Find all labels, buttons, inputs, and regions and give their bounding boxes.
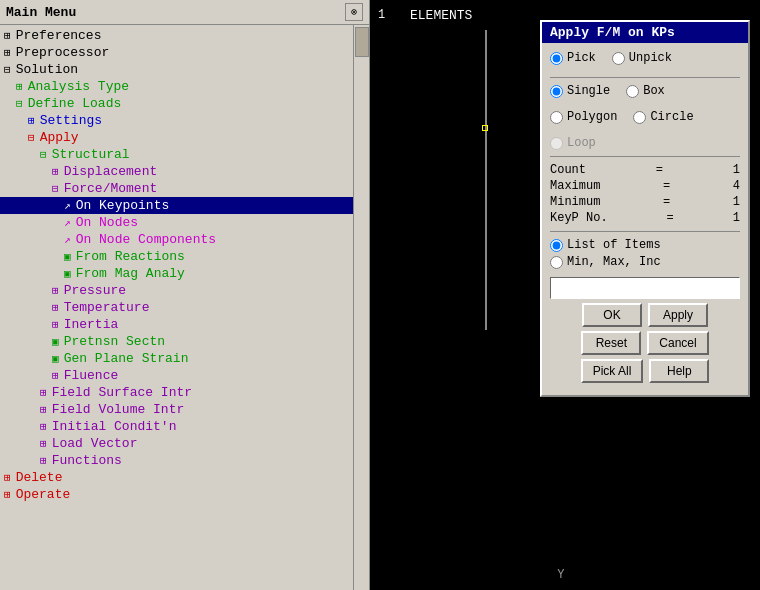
circle-option[interactable]: Circle: [633, 110, 693, 124]
menu-item-prefix-settings: ⊞: [28, 114, 35, 127]
polygon-radio[interactable]: [550, 111, 563, 124]
menu-item-on-node-components[interactable]: ↗On Node Components: [0, 231, 369, 248]
menu-item-preferences[interactable]: ⊞Preferences: [0, 27, 369, 44]
list-input[interactable]: [550, 277, 740, 299]
menu-item-delete[interactable]: ⊞Delete: [0, 469, 369, 486]
pick-radio[interactable]: [550, 52, 563, 65]
menu-item-structural[interactable]: ⊟Structural: [0, 146, 369, 163]
menu-item-field-surface-intr[interactable]: ⊞Field Surface Intr: [0, 384, 369, 401]
menu-item-label-functions: Functions: [52, 453, 122, 468]
reset-button[interactable]: Reset: [581, 331, 641, 355]
menu-item-prefix-temperature: ⊞: [52, 301, 59, 314]
menu-item-from-mag-analy[interactable]: ▣From Mag Analy: [0, 265, 369, 282]
single-option[interactable]: Single: [550, 84, 610, 98]
maximum-label: Maximum: [550, 179, 600, 193]
minimum-val: 1: [733, 195, 740, 209]
menu-item-prefix-preferences: ⊞: [4, 29, 11, 42]
menu-item-analysis-type[interactable]: ⊞Analysis Type: [0, 78, 369, 95]
menu-item-label-temperature: Temperature: [64, 300, 150, 315]
menu-item-label-from-mag-analy: From Mag Analy: [76, 266, 185, 281]
keyp-no-label: KeyP No.: [550, 211, 608, 225]
apply-fm-dialog: Apply F/M on KPs Pick Unpick: [540, 20, 750, 397]
keypoint-marker-top: [482, 125, 488, 131]
menu-item-operate[interactable]: ⊞Operate: [0, 486, 369, 503]
box-radio[interactable]: [626, 85, 639, 98]
menu-item-apply[interactable]: ⊟Apply: [0, 129, 369, 146]
menu-item-label-pressure: Pressure: [64, 283, 126, 298]
element-line: [485, 30, 487, 330]
menu-item-label-analysis-type: Analysis Type: [28, 79, 129, 94]
menu-item-label-initial-condit-n: Initial Condit'n: [52, 419, 177, 434]
menu-item-prefix-solution: ⊟: [4, 63, 11, 76]
menu-item-prefix-field-surface-intr: ⊞: [40, 386, 47, 399]
menu-item-label-apply: Apply: [40, 130, 79, 145]
menu-item-label-field-volume-intr: Field Volume Intr: [52, 402, 185, 417]
menu-item-label-on-nodes: On Nodes: [76, 215, 138, 230]
loop-group: Loop: [550, 136, 740, 150]
buttons-row-3: Pick All Help: [550, 359, 740, 383]
menu-item-prefix-pretnsn-sectn: ▣: [52, 335, 59, 348]
unpick-option[interactable]: Unpick: [612, 51, 672, 65]
list-of-items-radio[interactable]: [550, 239, 563, 252]
list-type-group: List of Items Min, Max, Inc: [550, 238, 740, 269]
help-button[interactable]: Help: [649, 359, 709, 383]
apply-button[interactable]: Apply: [648, 303, 708, 327]
keyp-no-eq: =: [667, 211, 674, 225]
menu-item-displacement[interactable]: ⊞Displacement: [0, 163, 369, 180]
dialog-title: Apply F/M on KPs: [542, 22, 748, 43]
list-of-items-option[interactable]: List of Items: [550, 238, 740, 252]
min-max-inc-label: Min, Max, Inc: [567, 255, 661, 269]
menu-item-prefix-inertia: ⊞: [52, 318, 59, 331]
pick-unpick-group: Pick Unpick: [550, 51, 740, 69]
menu-item-initial-condit-n[interactable]: ⊞Initial Condit'n: [0, 418, 369, 435]
unpick-radio[interactable]: [612, 52, 625, 65]
ok-button[interactable]: OK: [582, 303, 642, 327]
menu-item-label-delete: Delete: [16, 470, 63, 485]
scrollbar-track[interactable]: [353, 25, 369, 590]
box-option[interactable]: Box: [626, 84, 665, 98]
pick-label: Pick: [567, 51, 596, 65]
scrollbar-thumb[interactable]: [355, 27, 369, 57]
menu-item-functions[interactable]: ⊞Functions: [0, 452, 369, 469]
main-menu-title: Main Menu: [6, 5, 76, 20]
cancel-button[interactable]: Cancel: [647, 331, 708, 355]
menu-item-label-on-node-components: On Node Components: [76, 232, 216, 247]
menu-item-pressure[interactable]: ⊞Pressure: [0, 282, 369, 299]
circle-label: Circle: [650, 110, 693, 124]
menu-item-preprocessor[interactable]: ⊞Preprocessor: [0, 44, 369, 61]
minimum-row: Minimum = 1: [550, 195, 740, 209]
single-radio[interactable]: [550, 85, 563, 98]
menu-item-force-moment[interactable]: ⊟Force/Moment: [0, 180, 369, 197]
menu-item-prefix-from-mag-analy: ▣: [64, 267, 71, 280]
menu-item-label-operate: Operate: [16, 487, 71, 502]
menu-item-define-loads[interactable]: ⊟Define Loads: [0, 95, 369, 112]
menu-item-field-volume-intr[interactable]: ⊞Field Volume Intr: [0, 401, 369, 418]
maximum-eq: =: [663, 179, 670, 193]
unpick-label: Unpick: [629, 51, 672, 65]
polygon-option[interactable]: Polygon: [550, 110, 617, 124]
menu-item-temperature[interactable]: ⊞Temperature: [0, 299, 369, 316]
menu-item-on-nodes[interactable]: ↗On Nodes: [0, 214, 369, 231]
menu-collapse-button[interactable]: ⊗: [345, 3, 363, 21]
single-label: Single: [567, 84, 610, 98]
menu-item-on-keypoints[interactable]: ↗On Keypoints: [0, 197, 369, 214]
menu-item-inertia[interactable]: ⊞Inertia: [0, 316, 369, 333]
min-max-inc-option[interactable]: Min, Max, Inc: [550, 255, 740, 269]
menu-item-from-reactions[interactable]: ▣From Reactions: [0, 248, 369, 265]
circle-radio[interactable]: [633, 111, 646, 124]
menu-content: ⊞Preferences⊞Preprocessor⊟Solution⊞Analy…: [0, 25, 369, 590]
menu-item-gen-plane-strain[interactable]: ▣Gen Plane Strain: [0, 350, 369, 367]
y-axis-label: Y: [557, 568, 564, 582]
menu-item-fluence[interactable]: ⊞Fluence: [0, 367, 369, 384]
pick-all-button[interactable]: Pick All: [581, 359, 644, 383]
loop-radio[interactable]: [550, 137, 563, 150]
menu-item-load-vector[interactable]: ⊞Load Vector: [0, 435, 369, 452]
menu-item-pretnsn-sectn[interactable]: ▣Pretnsn Sectn: [0, 333, 369, 350]
keyp-no-val: 1: [733, 211, 740, 225]
minimum-label: Minimum: [550, 195, 600, 209]
pick-option[interactable]: Pick: [550, 51, 596, 65]
menu-item-solution[interactable]: ⊟Solution: [0, 61, 369, 78]
box-label: Box: [643, 84, 665, 98]
min-max-inc-radio[interactable]: [550, 256, 563, 269]
menu-item-settings[interactable]: ⊞Settings: [0, 112, 369, 129]
